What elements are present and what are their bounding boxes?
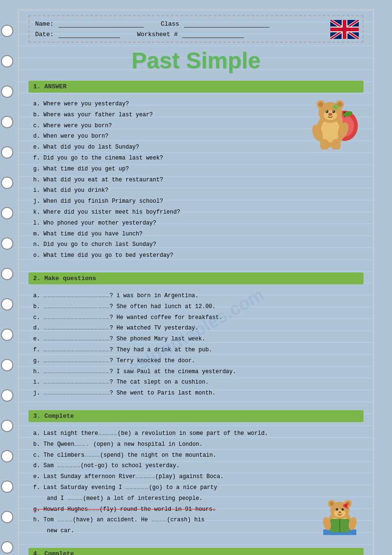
- date-field[interactable]: [58, 30, 120, 38]
- svg-point-23: [326, 110, 328, 113]
- list-item: o. What time did you go to bed yesterday…: [33, 250, 359, 261]
- list-item: j. ……………………………………………? She went to Paris …: [33, 388, 359, 399]
- section-4: 4. Complete: [28, 548, 364, 555]
- circle-3: [1, 85, 13, 98]
- section-2-content: a. ……………………………………………? i was born in Arge…: [28, 288, 364, 404]
- list-item: d. ……………………………………………? He watched TV yest…: [33, 323, 359, 334]
- list-item: b. The Qween………. (open) a new hospital i…: [33, 439, 359, 450]
- circle-7: [1, 207, 13, 219]
- header-row-1: Name: Class: [35, 20, 357, 28]
- bear-apple-illustration: ♥: [309, 83, 361, 150]
- circle-13: [1, 389, 13, 402]
- circle-16: [1, 480, 13, 493]
- section-4-header: 4. Complete: [28, 548, 364, 555]
- section-2: 2. Make questions a. ……………………………………………? …: [28, 273, 364, 404]
- svg-point-43: [336, 508, 338, 510]
- list-item: k. Where did you sister meet his boyfrie…: [33, 207, 359, 218]
- circles-column: [1, 25, 13, 555]
- worksheet-label: Worksheet #: [137, 31, 178, 38]
- date-label: Date:: [35, 31, 54, 38]
- circle-15: [1, 450, 13, 462]
- list-item: g. ……………………………………………? Terry knocked the …: [33, 356, 359, 367]
- list-item: h. ……………………………………………? I saw Paul at the …: [33, 367, 359, 377]
- circle-5: [1, 146, 13, 159]
- circle-18: [1, 541, 13, 554]
- svg-point-45: [338, 511, 341, 513]
- circle-12: [1, 359, 13, 371]
- list-item: e. Last Sunday afternoon River……………(play…: [33, 471, 359, 482]
- name-label: Name:: [35, 20, 54, 28]
- svg-point-26: [333, 111, 334, 112]
- list-item: h. Tom …………(have) an accident. He …………(c…: [33, 515, 359, 536]
- circle-4: [1, 116, 13, 128]
- list-item: l. Who phoned your mother yesterday?: [33, 218, 359, 229]
- list-item: g. What time did you get up?: [33, 164, 359, 175]
- class-label: Class: [161, 20, 179, 28]
- list-item: f. ……………………………………………? They had a drink a…: [33, 345, 359, 356]
- circle-9: [1, 268, 13, 280]
- bear-reading-illustration: [318, 491, 361, 539]
- circle-10: [1, 298, 13, 310]
- section-3-content: a. Last night there……………(be) a revolutio…: [28, 426, 364, 541]
- class-field[interactable]: [184, 20, 270, 28]
- svg-point-21: [337, 102, 342, 107]
- svg-rect-8: [330, 28, 359, 31]
- circle-8: [1, 237, 13, 250]
- list-item: i. What did you drink?: [33, 185, 359, 196]
- svg-point-24: [332, 110, 335, 113]
- list-item: n. Did you go to church last Sunday?: [33, 239, 359, 250]
- name-field[interactable]: [58, 20, 144, 28]
- header-box: Name: Class Date: Worksheet #: [28, 15, 364, 43]
- svg-point-20: [318, 102, 323, 107]
- svg-point-25: [326, 111, 327, 112]
- list-item: j. When did you finish Primary school?: [33, 196, 359, 207]
- section-3-header: 3. Complete: [28, 410, 364, 422]
- list-item: f. Did you go to the cinema last week?: [33, 153, 359, 164]
- list-item: b. ……………………………………………? She often had lunc…: [33, 301, 359, 312]
- list-item: h. What did you eat at the restaurant?: [33, 175, 359, 186]
- svg-point-39: [330, 502, 334, 506]
- list-item-strikethrough: g. Howard Hughes………(fly) round the world…: [33, 504, 359, 515]
- list-item: e. ……………………………………………? She phoned Mary la…: [33, 334, 359, 345]
- section-1: 1. ANSWER a. Where were you yesterday? b…: [28, 81, 364, 266]
- circle-6: [1, 177, 13, 189]
- list-item: d. Sam ………………(not-go) to school yesterda…: [33, 461, 359, 471]
- uk-flag-icon: [330, 20, 359, 39]
- list-item: a. Last night there……………(be) a revolutio…: [33, 428, 359, 439]
- circle-14: [1, 420, 13, 432]
- worksheet-field[interactable]: [182, 30, 244, 38]
- list-item: c. ……………………………………………? He wanted coffee f…: [33, 312, 359, 323]
- circle-1: [1, 25, 13, 37]
- svg-point-27: [328, 113, 332, 116]
- worksheet-page: eslprintables.com Name: Class Date: Work…: [18, 9, 374, 555]
- list-item: a. ……………………………………………? i was born in Arge…: [33, 291, 359, 301]
- svg-point-41: [345, 504, 347, 507]
- list-item: m. What time did you have lunch?: [33, 229, 359, 240]
- section-3: 3. Complete a. Last night there……………(be)…: [28, 410, 364, 541]
- list-item: f. Last Saturday evening I ………………(go) to…: [33, 482, 359, 504]
- list-item: i. ……………………………………………? The cat slept on a…: [33, 377, 359, 388]
- circle-17: [1, 511, 13, 523]
- list-item: c. The climbers…………(spend) the night on …: [33, 450, 359, 461]
- circle-11: [1, 329, 13, 341]
- circle-2: [1, 55, 13, 67]
- page-title: Past Simple: [28, 47, 364, 74]
- section-2-header: 2. Make questions: [28, 273, 364, 284]
- svg-point-44: [342, 508, 344, 510]
- header-row-2: Date: Worksheet #: [35, 30, 357, 38]
